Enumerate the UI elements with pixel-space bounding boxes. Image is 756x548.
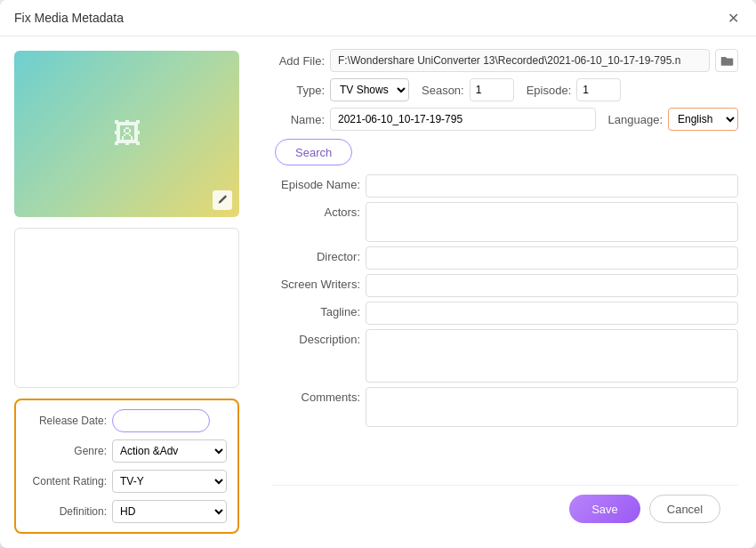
episode-name-field-label: Episode Name: bbox=[271, 174, 360, 191]
name-input[interactable] bbox=[330, 108, 596, 131]
director-input[interactable] bbox=[366, 246, 738, 270]
browse-folder-button[interactable] bbox=[715, 49, 738, 72]
director-field-label: Director: bbox=[271, 246, 360, 263]
close-button[interactable]: ✕ bbox=[724, 9, 742, 27]
type-row: Type: TV Shows Movies Music Season: Epis… bbox=[271, 78, 738, 101]
release-date-input[interactable] bbox=[112, 409, 210, 432]
top-form: Add File: Type: TV Shows Movies Music bbox=[271, 49, 738, 165]
screen-writers-field-label: Screen Writers: bbox=[271, 274, 360, 291]
episode-name-field-row: Episode Name: bbox=[271, 174, 738, 197]
name-row: Name: Language: English French German Sp… bbox=[271, 108, 738, 131]
description-left-box bbox=[14, 228, 239, 388]
actors-field-label: Actors: bbox=[271, 202, 360, 219]
right-panel: Add File: Type: TV Shows Movies Music bbox=[253, 36, 756, 548]
cancel-button[interactable]: Cancel bbox=[649, 495, 720, 523]
content-rating-label: Content Rating: bbox=[27, 475, 107, 488]
edit-icon bbox=[217, 195, 229, 206]
tagline-field-label: Tagline: bbox=[271, 302, 360, 318]
tagline-field-row: Tagline: bbox=[271, 302, 738, 325]
metadata-box: Release Date: Genre: Action &Adv Comedy … bbox=[14, 399, 239, 534]
definition-row: Definition: HD SD 4K bbox=[27, 500, 227, 523]
definition-label: Definition: bbox=[27, 505, 107, 518]
release-date-row: Release Date: bbox=[27, 409, 227, 432]
director-field-row: Director: bbox=[271, 246, 738, 270]
season-input[interactable] bbox=[470, 78, 514, 101]
screen-writers-field-row: Screen Writers: bbox=[271, 274, 738, 297]
tagline-input[interactable] bbox=[366, 302, 738, 325]
content-rating-select[interactable]: TV-Y TV-G TV-PG TV-14 TV-MA bbox=[112, 470, 227, 493]
thumbnail-box: 🖼 bbox=[14, 51, 239, 217]
comments-textarea[interactable] bbox=[366, 387, 738, 427]
episode-name-input[interactable] bbox=[366, 174, 738, 197]
add-file-label: Add File: bbox=[271, 54, 325, 68]
type-label: Type: bbox=[271, 84, 325, 97]
screen-writers-input[interactable] bbox=[366, 274, 738, 297]
search-button[interactable]: Search bbox=[275, 139, 352, 165]
add-file-row: Add File: bbox=[271, 49, 738, 72]
comments-field-row: Comments: bbox=[271, 387, 738, 427]
name-label: Name: bbox=[271, 113, 325, 126]
left-panel: 🖼 Release Date: Genre: Actio bbox=[0, 36, 253, 548]
language-label: Language: bbox=[608, 113, 663, 126]
genre-label: Genre: bbox=[27, 445, 107, 457]
description-field-row: Description: bbox=[271, 329, 738, 383]
folder-icon bbox=[720, 55, 734, 67]
type-select[interactable]: TV Shows Movies Music bbox=[330, 78, 409, 101]
description-field-label: Description: bbox=[271, 329, 360, 346]
image-placeholder-icon: 🖼 bbox=[113, 117, 141, 150]
definition-select[interactable]: HD SD 4K bbox=[112, 500, 227, 523]
title-bar: Fix Media Metadata ✕ bbox=[0, 0, 756, 36]
bottom-bar: Save Cancel bbox=[271, 485, 738, 536]
fix-media-metadata-dialog: Fix Media Metadata ✕ 🖼 Release Date: bbox=[0, 0, 756, 548]
actors-field-row: Actors: bbox=[271, 202, 738, 242]
dialog-title: Fix Media Metadata bbox=[14, 11, 124, 25]
save-button[interactable]: Save bbox=[569, 495, 640, 523]
search-row: Search bbox=[271, 137, 738, 165]
season-label: Season: bbox=[422, 84, 464, 97]
fields-section: Episode Name: Actors: Director: Screen W… bbox=[271, 174, 738, 485]
episode-label: Episode: bbox=[527, 84, 572, 97]
language-select[interactable]: English French German Spanish Chinese bbox=[668, 108, 738, 131]
release-date-label: Release Date: bbox=[27, 415, 107, 427]
thumbnail-edit-button[interactable] bbox=[213, 190, 232, 210]
description-textarea[interactable] bbox=[366, 329, 738, 383]
comments-field-label: Comments: bbox=[271, 387, 360, 404]
genre-select[interactable]: Action &Adv Comedy Drama Horror Sci-Fi bbox=[112, 439, 227, 463]
dialog-body: 🖼 Release Date: Genre: Actio bbox=[0, 36, 756, 548]
content-rating-row: Content Rating: TV-Y TV-G TV-PG TV-14 TV… bbox=[27, 470, 227, 493]
actors-textarea[interactable] bbox=[366, 202, 738, 242]
episode-input[interactable] bbox=[576, 78, 621, 101]
file-path-input[interactable] bbox=[330, 49, 710, 72]
genre-row: Genre: Action &Adv Comedy Drama Horror S… bbox=[27, 439, 227, 463]
